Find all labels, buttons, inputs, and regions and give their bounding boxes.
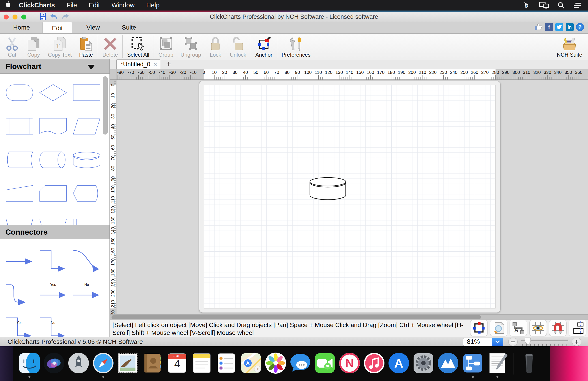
dock-facetime-icon[interactable] — [314, 352, 336, 374]
document-page[interactable] — [204, 85, 496, 308]
connector-curved-arrow[interactable] — [70, 244, 104, 278]
zoom-in-button[interactable]: + — [572, 338, 581, 346]
apple-icon[interactable] — [0, 1, 16, 9]
dock-appstore-icon[interactable]: A — [388, 352, 410, 374]
connector-label-button[interactable]: A — [510, 320, 527, 336]
dock-messages-icon[interactable] — [289, 352, 312, 374]
paste-button[interactable]: Paste — [75, 34, 97, 59]
linkedin-icon[interactable]: in — [566, 23, 574, 31]
copy-button[interactable]: Copy — [23, 34, 44, 59]
database-shape[interactable] — [309, 176, 347, 202]
ungroup-button[interactable]: Ungroup — [177, 34, 205, 59]
menu-edit[interactable]: Edit — [83, 1, 106, 9]
snap-to-grid-button[interactable] — [549, 320, 567, 336]
dock-news-icon[interactable]: N — [338, 352, 361, 374]
shape-manual-operation[interactable] — [3, 210, 36, 225]
dock-siri-icon[interactable] — [43, 352, 65, 374]
dock-mail-icon[interactable] — [117, 352, 139, 374]
connectors-section-header[interactable]: Connectors — [0, 225, 109, 239]
shape-terminator[interactable] — [3, 76, 36, 109]
dock-safari-icon[interactable] — [92, 352, 114, 374]
twitter-icon[interactable] — [555, 23, 563, 31]
tab-home[interactable]: Home — [7, 22, 36, 33]
dock-reminders-icon[interactable] — [215, 352, 238, 374]
dock-photos-icon[interactable] — [264, 352, 287, 374]
anchor-handles-button[interactable] — [470, 320, 488, 336]
shape-manual-input[interactable] — [3, 177, 36, 210]
align-objects-button[interactable] — [569, 320, 586, 336]
shape-document[interactable] — [36, 109, 70, 143]
drawing-canvas[interactable] — [116, 80, 588, 314]
nch-suite-button[interactable]: NCH Suite — [553, 34, 586, 59]
document-tab[interactable]: *Untitled_0 × — [116, 59, 160, 69]
menu-app-name[interactable]: ClickCharts — [16, 1, 61, 9]
shape-database[interactable] — [70, 143, 104, 177]
zoom-slider[interactable] — [521, 337, 568, 346]
anchor-button[interactable]: Anchor — [252, 34, 276, 59]
pointer-icon[interactable] — [523, 1, 531, 9]
dock-textedit-icon[interactable] — [486, 352, 508, 374]
shape-process[interactable] — [70, 76, 104, 109]
horizontal-scrollbar[interactable] — [110, 314, 588, 320]
connector-elbow-arrow-no[interactable]: No — [36, 311, 70, 337]
select-all-button[interactable]: Select All — [124, 34, 153, 59]
displays-icon[interactable] — [539, 2, 549, 9]
shape-internal-storage[interactable] — [70, 210, 104, 225]
dock-music-icon[interactable] — [363, 352, 385, 374]
group-button[interactable]: Group — [155, 34, 177, 59]
new-tab-button[interactable]: + — [166, 59, 171, 69]
dock-mountain-app-icon[interactable] — [437, 352, 459, 374]
lock-button[interactable]: Lock — [205, 34, 226, 59]
dock-calendar-icon[interactable]: JUL4 — [166, 352, 188, 374]
menu-window[interactable]: Window — [106, 1, 140, 9]
shape-preparation[interactable] — [36, 210, 70, 225]
dock-notes-icon[interactable] — [190, 352, 213, 374]
dock-trash-icon[interactable] — [518, 352, 540, 374]
close-tab-icon[interactable]: × — [153, 61, 157, 68]
copy-text-button[interactable]: TT Copy Text — [44, 34, 75, 59]
shape-stored-data[interactable] — [3, 143, 36, 177]
connector-elbow-arrow[interactable] — [36, 244, 70, 278]
flowchart-section-header[interactable]: Flowchart — [0, 59, 109, 74]
dock-maps-icon[interactable]: 3D — [240, 352, 262, 374]
shape-direct-access-storage[interactable] — [36, 143, 70, 177]
zoom-value-box[interactable]: 81% — [463, 338, 492, 346]
cut-button[interactable]: Cut — [1, 34, 23, 59]
shape-data[interactable] — [70, 109, 104, 143]
list-icon[interactable] — [573, 2, 581, 9]
delete-button[interactable]: Delete — [99, 34, 121, 59]
zoom-slider-thumb[interactable] — [525, 337, 531, 346]
menu-file[interactable]: File — [61, 1, 83, 9]
spotlight-icon[interactable] — [558, 2, 565, 9]
connector-straight-arrow[interactable] — [3, 244, 36, 278]
connector-elbow-arrow-yes[interactable]: Yes — [3, 311, 36, 337]
show-grid-button[interactable] — [529, 320, 547, 336]
menu-help[interactable]: Help — [140, 1, 166, 9]
zoom-out-button[interactable]: − — [508, 338, 518, 346]
connector-s-elbow-arrow[interactable] — [3, 278, 36, 311]
tab-view[interactable]: View — [78, 22, 108, 33]
dock-system-preferences-icon[interactable] — [412, 352, 435, 374]
sidebar-scrollbar-thumb[interactable] — [103, 76, 108, 135]
zoom-document-button[interactable] — [490, 320, 507, 336]
horizontal-scrollbar-thumb[interactable] — [111, 315, 481, 319]
dock-launchpad-icon[interactable] — [67, 352, 90, 374]
shape-display[interactable] — [70, 177, 104, 210]
dock-clickcharts-icon[interactable] — [462, 352, 484, 374]
connector-straight-arrow-yes[interactable]: Yes — [36, 278, 70, 311]
preferences-button[interactable]: Preferences — [278, 34, 314, 59]
help-icon[interactable]: ? — [576, 23, 584, 31]
zoom-dropdown-button[interactable] — [492, 338, 503, 346]
unlock-button[interactable]: Unlock — [226, 34, 250, 59]
dock-contacts-icon[interactable] — [141, 352, 164, 374]
connector-straight-arrow-no[interactable]: No — [70, 278, 104, 311]
shape-decision[interactable] — [36, 76, 70, 109]
like-icon[interactable] — [534, 23, 543, 32]
shape-card[interactable] — [36, 177, 70, 210]
tab-edit[interactable]: Edit — [42, 22, 72, 33]
collapse-triangle-icon[interactable] — [87, 65, 95, 70]
tab-suite[interactable]: Suite — [114, 22, 144, 33]
facebook-icon[interactable]: f — [545, 23, 553, 31]
shape-predefined-process[interactable] — [3, 109, 36, 143]
dock-finder-icon[interactable] — [18, 352, 41, 374]
